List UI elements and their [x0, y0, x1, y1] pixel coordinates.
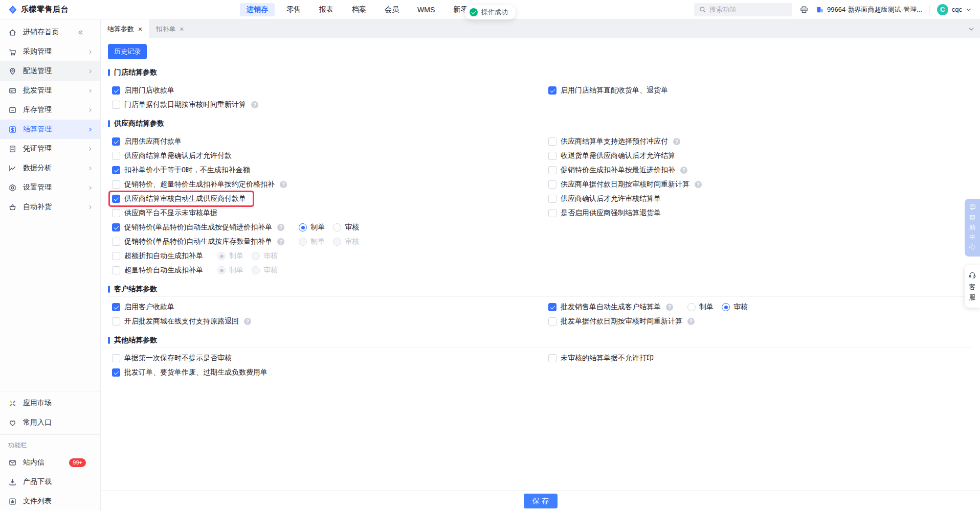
- nav-item-3[interactable]: 报表: [313, 3, 340, 16]
- tab-list-expand[interactable]: [968, 19, 980, 38]
- sidebar-item-8[interactable]: 数据分析: [0, 158, 100, 178]
- tab-close-icon[interactable]: ×: [180, 26, 184, 33]
- checkbox[interactable]: [548, 354, 556, 362]
- printer-icon[interactable]: [799, 5, 809, 14]
- checkbox-label: 开启批发商城在线支付支持原路退回: [124, 317, 239, 326]
- checkbox[interactable]: [112, 152, 120, 160]
- checkbox[interactable]: [548, 317, 556, 326]
- sidebar-item-10[interactable]: 自动补货: [0, 197, 100, 217]
- checkbox[interactable]: [112, 252, 120, 260]
- tab-2[interactable]: 扣补单×: [149, 19, 190, 38]
- info-icon[interactable]: ?: [673, 138, 680, 145]
- purchase-icon: [8, 48, 17, 56]
- username: cqc: [952, 6, 962, 13]
- sidebar-item-5[interactable]: 库存管理: [0, 100, 100, 120]
- user-menu[interactable]: C cqc: [937, 4, 972, 15]
- info-icon[interactable]: ?: [277, 238, 284, 245]
- search-input[interactable]: [709, 6, 788, 13]
- collapse-sidebar-icon[interactable]: [77, 29, 84, 36]
- checkbox-label: 促销特价、超量特价生成扣补单按约定价格扣补: [124, 180, 275, 189]
- app-logo[interactable]: 乐檬零售后台: [8, 5, 69, 14]
- radio[interactable]: [333, 223, 341, 231]
- sidebar-item-3[interactable]: 配送管理: [0, 61, 100, 81]
- info-icon[interactable]: ?: [244, 318, 251, 325]
- sidebar-item-4[interactable]: 批发管理: [0, 81, 100, 100]
- nav-item-2[interactable]: 零售: [280, 3, 307, 16]
- sidebar-item-label: 应用市场: [23, 399, 52, 408]
- sidebar-shortcut-2[interactable]: 常用入口: [0, 413, 100, 432]
- company-name: 99664-新界面商超版测试-管理...: [827, 5, 922, 14]
- checkbox[interactable]: [112, 180, 120, 189]
- panel-label-char: 客: [969, 283, 976, 291]
- section-body: 单据第一次保存时不提示是否审核批发订单、要货单作废、过期生成负数费用单未审核的结…: [108, 351, 973, 380]
- tab-close-icon[interactable]: ×: [138, 26, 142, 33]
- info-icon[interactable]: ?: [280, 181, 287, 188]
- checkbox[interactable]: [112, 195, 120, 203]
- help-center-panel[interactable]: 帮助中心: [965, 199, 980, 257]
- sidebar-shortcut-1[interactable]: 应用市场: [0, 393, 100, 413]
- radio[interactable]: [299, 223, 307, 231]
- checkbox[interactable]: [112, 166, 120, 174]
- checkbox[interactable]: [112, 368, 120, 377]
- sidebar-nav: 进销存首页采购管理配送管理批发管理库存管理结算管理凭证管理数据分析设置管理自动补…: [0, 22, 100, 217]
- nav-item-4[interactable]: 档案: [345, 3, 373, 16]
- info-icon[interactable]: ?: [680, 167, 687, 174]
- info-icon[interactable]: ?: [666, 304, 673, 311]
- checkbox[interactable]: [112, 354, 120, 362]
- sidebar-tool-1[interactable]: 站内信99+: [0, 453, 100, 472]
- sidebar-item-7[interactable]: 凭证管理: [0, 139, 100, 158]
- radio-option[interactable]: 审核: [333, 223, 359, 232]
- radio: [333, 238, 341, 246]
- radio[interactable]: [687, 303, 696, 311]
- checkbox[interactable]: [548, 152, 556, 160]
- info-icon[interactable]: ?: [687, 318, 695, 325]
- sidebar-item-label: 批发管理: [23, 86, 52, 95]
- checkbox[interactable]: [112, 223, 120, 231]
- sidebar-tool-3[interactable]: 文件列表: [0, 492, 100, 511]
- checkbox[interactable]: [548, 137, 556, 146]
- global-search[interactable]: [694, 3, 792, 16]
- checkbox[interactable]: [112, 303, 120, 311]
- checkbox[interactable]: [548, 86, 556, 95]
- checkbox[interactable]: [112, 266, 120, 274]
- history-button[interactable]: 历史记录: [108, 44, 147, 59]
- checkbox[interactable]: [112, 317, 120, 326]
- radio-option[interactable]: 审核: [722, 303, 748, 312]
- checkbox[interactable]: [112, 86, 120, 95]
- nav-item-5[interactable]: 会员: [378, 3, 406, 16]
- checkbox[interactable]: [548, 166, 556, 174]
- info-icon[interactable]: ?: [695, 181, 702, 188]
- radio-label: 审核: [345, 223, 359, 232]
- nav-item-6[interactable]: WMS: [411, 4, 441, 16]
- checkbox[interactable]: [548, 209, 556, 217]
- main-area: 结算参数×扣补单× 历史记录 门店结算参数启用门店收款单门店单据付款日期按审核时…: [101, 19, 980, 511]
- save-button[interactable]: 保存: [524, 494, 558, 508]
- checkbox-label: 启用客户收款单: [124, 303, 174, 312]
- company-selector[interactable]: 99664-新界面商超版测试-管理...: [816, 5, 922, 14]
- info-icon[interactable]: ?: [251, 101, 258, 108]
- radio[interactable]: [722, 303, 730, 311]
- checkbox[interactable]: [112, 238, 120, 246]
- checkbox[interactable]: [112, 101, 120, 109]
- radio-option[interactable]: 制单: [299, 223, 325, 232]
- settings-row: 超额折扣自动生成扣补单制单审核: [108, 249, 278, 263]
- sidebar-tool-2[interactable]: 产品下载: [0, 472, 100, 492]
- customer-service-panel[interactable]: 客服: [965, 265, 980, 308]
- sidebar-tools: 站内信99+产品下载文件列表: [0, 453, 100, 511]
- checkbox[interactable]: [112, 209, 120, 217]
- checkbox[interactable]: [112, 137, 120, 146]
- tab-1[interactable]: 结算参数×: [101, 19, 149, 38]
- radio-group: 制单审核: [291, 223, 359, 232]
- checkbox[interactable]: [548, 303, 556, 311]
- sidebar-item-1[interactable]: 进销存首页: [0, 22, 100, 42]
- sidebar-item-9[interactable]: 设置管理: [0, 178, 100, 197]
- sidebar-item-6[interactable]: 结算管理: [0, 120, 100, 139]
- info-icon[interactable]: ?: [277, 224, 284, 231]
- checkbox-label: 批发单据付款日期按审核时间重新计算: [561, 317, 682, 326]
- checkbox[interactable]: [548, 180, 556, 189]
- checkbox[interactable]: [548, 195, 556, 203]
- settings-row: 启用门店结算直配收货单、退货单: [544, 83, 668, 98]
- radio-option[interactable]: 制单: [687, 303, 714, 312]
- sidebar-item-2[interactable]: 采购管理: [0, 42, 100, 61]
- nav-item-1[interactable]: 进销存: [240, 3, 275, 16]
